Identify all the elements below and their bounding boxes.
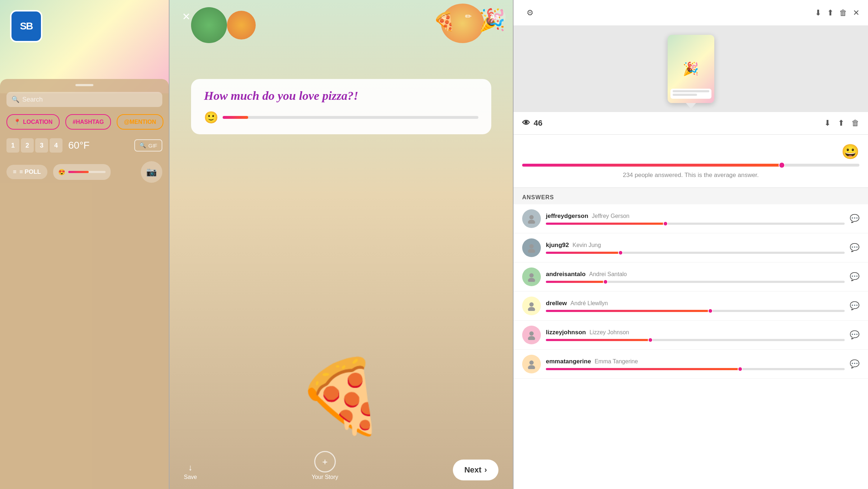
answer-slider-track	[546, 339, 845, 341]
slider-emoji: 😍	[58, 169, 65, 176]
story-thumbnail[interactable]: 🎉	[668, 35, 714, 103]
answer-comment-button[interactable]: 💬	[850, 359, 859, 369]
logo-text: SB	[20, 20, 33, 32]
svg-point-7	[528, 307, 535, 311]
answer-comment-button[interactable]: 💬	[850, 243, 859, 252]
answer-avatar	[522, 355, 541, 373]
comment-icon: 💬	[850, 301, 859, 310]
delete-button[interactable]: 🗑	[839, 8, 847, 18]
svg-point-1	[528, 220, 535, 224]
answer-username: emmatangerine	[546, 358, 591, 365]
thumb-arrow	[686, 103, 696, 109]
slider-track-container: 🙂	[204, 111, 478, 124]
close-button[interactable]: ✕	[177, 7, 195, 26]
mention-sticker[interactable]: @MENTION	[117, 114, 163, 130]
countdown-widget[interactable]: 1 2 3 4	[6, 138, 62, 153]
comment-icon: 💬	[850, 243, 859, 252]
download-icon: ⬇	[815, 8, 821, 17]
answer-username: jeffreydgerson	[546, 213, 588, 220]
countdown-2: 2	[21, 138, 34, 153]
stats-share-button[interactable]: ⬆	[838, 118, 844, 128]
location-sticker[interactable]: 📍 LOCATION	[6, 114, 60, 130]
result-emoji: 😀	[522, 143, 859, 160]
poll-widget[interactable]: ≡ ≡ POLL	[6, 165, 47, 179]
slider-track[interactable]	[68, 171, 106, 173]
camera-widget[interactable]: 📷	[141, 161, 162, 183]
brush-button[interactable]: ✏	[459, 7, 478, 26]
next-chevron-icon: ›	[484, 465, 487, 475]
sticker-search[interactable]: 🔍 Search	[6, 92, 162, 107]
panel-story-editor: 🎉 🍕 ✕ ☺ ✏ Aa How much do you love pizza?…	[169, 0, 514, 489]
emoji-slider-widget[interactable]: 😍	[53, 164, 111, 180]
stats-delete-button[interactable]: 🗑	[851, 118, 859, 128]
result-slider-fill	[522, 164, 785, 167]
share-button[interactable]: ⬆	[827, 8, 834, 18]
camera-icon: 📷	[146, 167, 157, 177]
close-icon: ✕	[853, 8, 859, 17]
svg-point-10	[529, 360, 534, 365]
sticker-tray: 🔍 Search 📍 LOCATION #HASHTAG @MENTION 1 …	[0, 79, 169, 489]
answer-names: kjung92 Kevin Jung	[546, 242, 845, 249]
story-preview-area: 🎉	[514, 26, 868, 112]
answer-comment-button[interactable]: 💬	[850, 272, 859, 281]
comment-icon: 💬	[850, 272, 859, 281]
sticker-button[interactable]: ☺	[435, 7, 453, 26]
answer-comment-button[interactable]: 💬	[850, 214, 859, 223]
sticker-badges-row: 📍 LOCATION #HASHTAG @MENTION	[6, 114, 162, 130]
search-icon: 🔍	[11, 96, 19, 103]
answer-username: andreisantalo	[546, 271, 586, 278]
stats-download-button[interactable]: ⬇	[824, 118, 831, 128]
download-button[interactable]: ⬇	[815, 8, 821, 18]
hashtag-sticker[interactable]: #HASHTAG	[65, 114, 111, 130]
settings-button[interactable]: ⚙	[522, 5, 538, 21]
answer-slider-thumb	[618, 250, 623, 255]
answer-item: drellew André Llewllyn 💬	[514, 292, 868, 321]
share-icon: ⬆	[827, 8, 834, 17]
settings-icon: ⚙	[526, 8, 534, 18]
story-label: Your Story	[312, 474, 338, 480]
app-logo: SB	[10, 10, 42, 42]
story-editor-toolbar: ✕ ☺ ✏ Aa	[177, 7, 506, 26]
close-insights-button[interactable]: ✕	[853, 8, 859, 18]
answer-comment-button[interactable]: 💬	[850, 330, 859, 340]
answer-slider-fill	[546, 339, 650, 341]
answer-realname: Jeffrey Gerson	[592, 213, 630, 219]
answer-slider-thumb	[663, 221, 668, 226]
save-icon: ↓	[188, 462, 192, 472]
answer-names: jeffreydgerson Jeffrey Gerson	[546, 213, 845, 220]
answer-names: emmatangerine Emma Tangerine	[546, 358, 845, 365]
next-button[interactable]: Next ›	[453, 460, 498, 480]
answer-comment-button[interactable]: 💬	[850, 301, 859, 311]
svg-point-8	[529, 331, 534, 336]
answer-realname: Emma Tangerine	[595, 358, 638, 365]
text-btn-label: Aa	[490, 13, 499, 20]
drag-handle[interactable]	[75, 84, 93, 86]
answer-item: kjung92 Kevin Jung 💬	[514, 233, 868, 262]
text-button[interactable]: Aa	[483, 10, 506, 24]
answer-realname: Kevin Jung	[572, 242, 601, 248]
comment-icon: 💬	[850, 330, 859, 339]
answer-item: jeffreydgerson Jeffrey Gerson 💬	[514, 204, 868, 233]
hashtag-label: #HASHTAG	[73, 119, 104, 125]
answer-slider-fill	[546, 368, 740, 370]
result-slider-track	[522, 164, 859, 167]
slider-sticker-card[interactable]: How much do you love pizza?! 🙂	[191, 79, 491, 134]
answer-item: andreisantalo Andrei Santalo 💬	[514, 262, 868, 292]
poll-icon: ≡	[13, 168, 17, 176]
stats-share-icon: ⬆	[838, 118, 844, 127]
mention-label: @MENTION	[124, 119, 156, 125]
svg-point-4	[529, 273, 534, 278]
location-icon: 📍	[14, 118, 21, 125]
stats-download-icon: ⬇	[824, 118, 831, 127]
temperature-widget[interactable]: 60°F	[68, 140, 89, 151]
save-button[interactable]: ↓ Save	[184, 462, 197, 480]
location-label: LOCATION	[23, 119, 52, 125]
close-icon: ✕	[182, 11, 190, 23]
delete-icon: 🗑	[839, 8, 847, 17]
answer-description: 234 people answered. This is the average…	[522, 172, 859, 179]
answer-slider-fill	[546, 223, 665, 225]
gif-widget[interactable]: 🔍 GIF	[134, 139, 162, 152]
answer-slider-track	[546, 223, 845, 225]
your-story-button[interactable]: + Your Story	[312, 451, 338, 480]
slider-track[interactable]	[223, 116, 478, 119]
